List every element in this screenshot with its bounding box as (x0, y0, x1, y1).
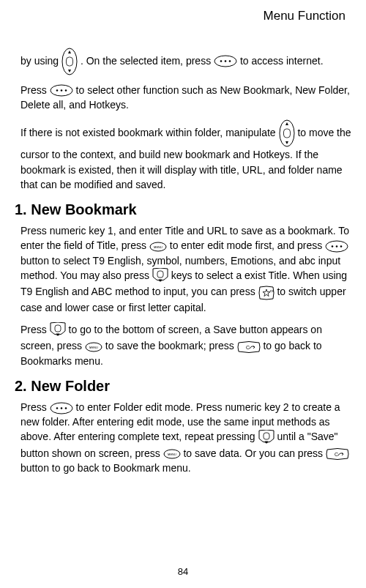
section1-paragraph-1: Press numeric key 1, and enter Title and… (20, 223, 351, 315)
text: button to go back to Bookmark menu. (20, 462, 191, 474)
clear-key-icon (237, 340, 261, 354)
down-key-icon (152, 268, 168, 284)
text: Press (20, 84, 50, 96)
intro-paragraph-3: If there is not existed bookmark within … (20, 119, 351, 192)
clear-key-icon (326, 447, 349, 461)
section-heading-new-bookmark: 1. New Bookmark (15, 199, 351, 220)
text: Press (20, 324, 47, 335)
text: to save data. Or you can press (183, 447, 326, 459)
menu-key-icon (325, 240, 348, 253)
section1-paragraph-2: Press to go to the bottom of screen, a S… (20, 322, 351, 368)
menu-key-icon (50, 84, 73, 97)
intro-paragraph-2: Press to select other function such as N… (20, 83, 351, 113)
text: If there is not existed bookmark within … (20, 127, 279, 138)
down-key-icon (258, 430, 274, 446)
section-heading-new-folder: 2. New Folder (15, 376, 351, 397)
menu-key-icon (50, 402, 73, 414)
menu-key-icon (149, 242, 167, 252)
page-header: Menu Function (15, 7, 351, 26)
page-content: by using . On the selected item, press t… (15, 48, 351, 476)
nav-key-icon (61, 48, 78, 75)
section2-paragraph-1: Press to enter Folder edit mode. Press n… (20, 400, 351, 475)
text: by using (20, 54, 61, 66)
menu-key-icon (163, 449, 181, 459)
text: . On the selected item, press (81, 54, 214, 66)
text: Press (20, 401, 50, 413)
text: to enter edit mode first, and press (170, 239, 323, 251)
star-key-icon (258, 286, 274, 300)
text: to access internet. (240, 54, 324, 66)
intro-paragraph-1: by using . On the selected item, press t… (20, 48, 351, 75)
header-title: Menu Function (264, 9, 346, 23)
text: to save the bookmark; press (105, 340, 237, 351)
menu-key-icon (214, 55, 237, 67)
down-key-icon (50, 322, 66, 338)
nav-key-icon (279, 119, 295, 147)
menu-key-icon (85, 342, 102, 352)
page-number: 84 (0, 565, 366, 579)
